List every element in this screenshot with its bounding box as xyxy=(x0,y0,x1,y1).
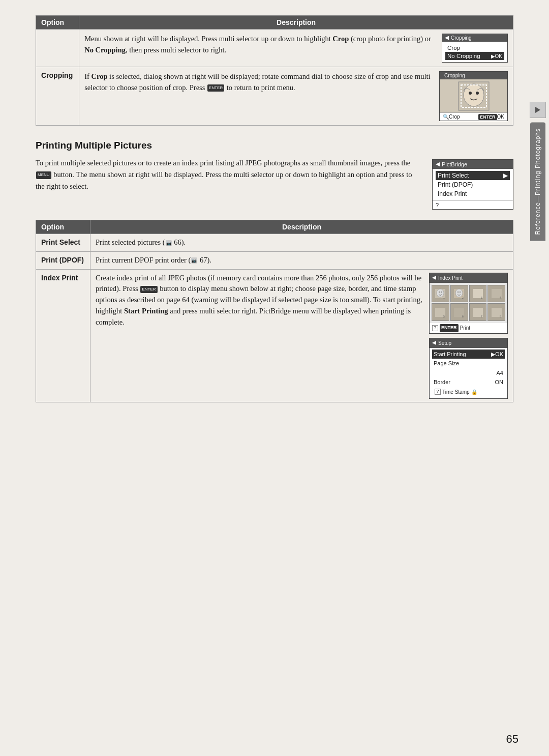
svg-text:5: 5 xyxy=(443,315,445,318)
section-heading: Printing Multiple Pictures xyxy=(36,140,513,151)
cam-title-text: Cropping xyxy=(451,35,472,41)
middle-text: To print multiple selected pictures or t… xyxy=(36,157,422,193)
bottom-option-header: Option xyxy=(36,220,90,234)
sidebar: Reference—Printing Photographs xyxy=(526,102,549,241)
idx-thumbnails: 1 2 3 4 xyxy=(430,283,507,324)
table-row: Print (DPOF) Print current DPOF print or… xyxy=(36,251,513,269)
pict-title-text: PictBridge xyxy=(442,161,467,167)
desc-text-menu: Menu shown at right will be displayed. P… xyxy=(84,34,437,56)
index-screens: Index Print 1 2 xyxy=(429,273,508,399)
idx-thumb-3: 3 xyxy=(469,285,487,303)
idx-thumb-4: 4 xyxy=(487,285,505,303)
setup-footer: ? Time Stamp 🔒 xyxy=(432,387,505,397)
svg-point-3 xyxy=(476,92,479,95)
idx-thumb-2: 2 xyxy=(450,285,468,303)
top-option-header: Option xyxy=(36,16,79,30)
table-row: Print Select Print selected pictures (📷 … xyxy=(36,234,513,252)
desc-cell-index-print: Create index print of all JPEG photos (i… xyxy=(90,269,513,402)
svg-text:6: 6 xyxy=(462,315,464,318)
option-cell-index-print: Index Print xyxy=(36,269,90,402)
idx-title: Index Print xyxy=(430,273,507,283)
setup-body: Start Printing ▶OK Page Size A4 xyxy=(430,348,507,398)
top-cropping-table: Option Description Menu shown at right w… xyxy=(36,15,513,126)
cam-crop-footer: 🔍Crop ENTEROK xyxy=(440,112,507,121)
cam-cursor-icon xyxy=(445,36,449,40)
cam-title-cropping: Cropping xyxy=(444,73,465,78)
idx-thumb-7: 7 xyxy=(469,303,487,321)
option-cell-print-dpof: Print (DPOF) xyxy=(36,251,90,269)
svg-text:7: 7 xyxy=(481,315,482,318)
camera-screen-crop-dialog: Cropping xyxy=(439,71,508,121)
setup-item-pagesize-value: A4 xyxy=(432,368,505,378)
svg-point-12 xyxy=(439,292,440,293)
setup-item-pagesize-label: Page Size xyxy=(432,359,505,368)
pict-item-index-print: Index Print xyxy=(436,189,510,198)
svg-point-2 xyxy=(469,92,472,95)
svg-text:8: 8 xyxy=(500,315,501,318)
desc-cell-menu: Menu shown at right will be displayed. P… xyxy=(79,30,513,67)
svg-text:📷: 📷 xyxy=(166,241,171,246)
middle-content: To print multiple selected pictures or t… xyxy=(36,157,513,210)
idx-footer: ? ENTER Print xyxy=(430,323,507,333)
camera-screen-crop-menu: Cropping Crop No Cropping ▶OK xyxy=(442,34,508,63)
page-number: 65 xyxy=(506,733,518,746)
idx-thumb-5: 5 xyxy=(432,303,449,321)
svg-text:📷: 📷 xyxy=(192,258,197,263)
pict-body: Print Select ▶ Print (DPOF) Index Print xyxy=(433,169,513,200)
pict-item-print-select: Print Select ▶ xyxy=(436,171,510,180)
idx-thumb-8: 8 xyxy=(487,303,505,321)
setup-screen: Setup Start Printing ▶OK Page Size xyxy=(429,338,508,399)
play-icon xyxy=(530,102,546,118)
svg-point-18 xyxy=(458,292,459,293)
pict-title-bar: PictBridge xyxy=(433,160,513,169)
desc-cell-print-select: Print selected pictures (📷 66). xyxy=(90,234,513,252)
idx-q-icon: ? xyxy=(432,325,438,331)
bottom-options-table: Option Description Print Select Print se… xyxy=(36,220,513,402)
setup-q-icon: ? xyxy=(435,389,441,395)
svg-text:2: 2 xyxy=(462,296,464,299)
index-print-screen: Index Print 1 2 xyxy=(429,273,508,334)
cam-crop-image xyxy=(440,79,507,112)
table-row: Cropping If Crop is selected, dialog sho… xyxy=(36,67,513,126)
idx-thumb-1: 1 xyxy=(432,285,449,303)
cam-item-nocrop: No Cropping ▶OK xyxy=(445,52,504,60)
svg-point-17 xyxy=(455,289,463,297)
svg-text:1: 1 xyxy=(443,296,445,299)
svg-point-1 xyxy=(464,84,484,106)
setup-item-start: Start Printing ▶OK xyxy=(432,350,505,359)
idx-thumb-6: 6 xyxy=(450,303,468,321)
table-row: Index Print Create index print of all JP… xyxy=(36,269,513,402)
table-row: Menu shown at right will be displayed. P… xyxy=(36,30,513,67)
svg-text:4: 4 xyxy=(500,296,501,299)
pict-item-print-dpof: Print (DPOF) xyxy=(436,180,510,189)
top-description-header: Description xyxy=(79,16,513,30)
option-cell-empty xyxy=(36,30,79,67)
pict-cursor-icon xyxy=(436,162,440,166)
pict-bridge-screen: PictBridge Print Select ▶ Print (DPOF) I… xyxy=(432,159,513,210)
desc-cell-print-dpof: Print current DPOF print order (📷 67). xyxy=(90,251,513,269)
option-cell-cropping: Cropping xyxy=(36,67,79,126)
desc-text-cropping: If Crop is selected, dialog shown at rig… xyxy=(84,71,434,94)
setup-item-border: Border ON xyxy=(432,377,505,387)
cam-item-crop: Crop xyxy=(445,44,504,52)
svg-point-11 xyxy=(437,289,444,297)
pict-footer: ? xyxy=(433,200,513,209)
sidebar-label: Reference—Printing Photographs xyxy=(530,122,545,241)
bottom-description-header: Description xyxy=(90,220,513,234)
option-cell-print-select: Print Select xyxy=(36,234,90,252)
setup-title: Setup xyxy=(430,338,507,348)
svg-text:3: 3 xyxy=(481,296,482,299)
svg-point-19 xyxy=(460,292,461,293)
index-desc-text: Create index print of all JPEG photos (i… xyxy=(96,273,423,328)
svg-point-13 xyxy=(441,292,442,293)
svg-marker-39 xyxy=(535,107,540,113)
desc-cell-cropping: If Crop is selected, dialog shown at rig… xyxy=(79,67,513,126)
